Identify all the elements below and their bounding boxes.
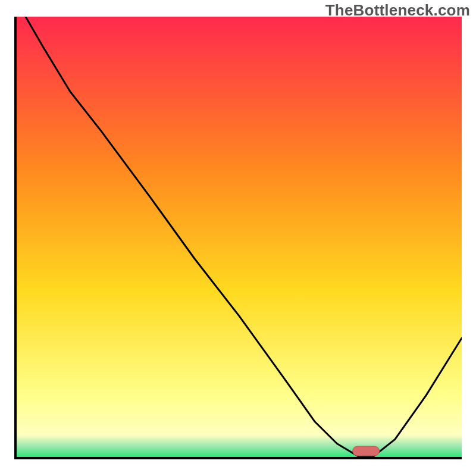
optimal-range-marker [17, 17, 462, 457]
chart-container: TheBottleneck.com [0, 0, 476, 476]
plot-area [14, 17, 462, 459]
svg-rect-1 [353, 446, 380, 456]
